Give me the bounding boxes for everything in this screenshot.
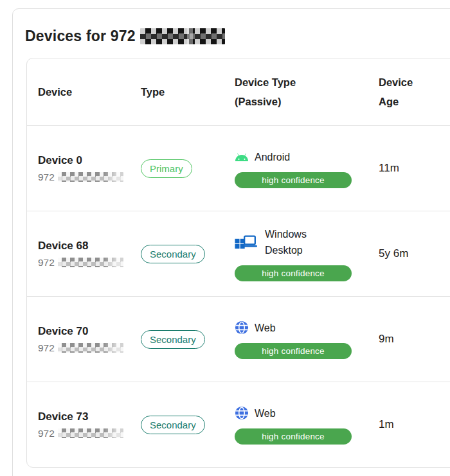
redacted-phone-number	[58, 258, 123, 267]
table-header-row: Device Type Device Type (Passive) Device…	[27, 58, 450, 125]
device-type-label: Android	[255, 149, 290, 165]
type-cell: Secondary	[141, 330, 235, 349]
confidence-badge: high confidence	[235, 265, 352, 281]
device-cell: Device 73 972	[38, 410, 141, 439]
type-badge: Secondary	[141, 416, 205, 434]
device-phone: 972	[38, 342, 141, 354]
windows-desktop-icon	[235, 233, 259, 252]
page-title-text: Devices for 972	[25, 28, 136, 45]
table-row[interactable]: Device 70 972 Secondary	[27, 296, 450, 382]
phone-prefix: 972	[38, 172, 55, 183]
device-type-row: Android	[235, 149, 379, 165]
device-phone: 972	[38, 428, 141, 439]
phone-prefix: 972	[38, 342, 55, 354]
type-cell: Secondary	[141, 245, 235, 263]
type-badge: Primary	[141, 159, 192, 178]
device-type-row: Web	[235, 320, 379, 336]
device-age: 11m	[379, 162, 450, 175]
devices-table: Device Type Device Type (Passive) Device…	[26, 58, 450, 468]
confidence-badge: high confidence	[235, 343, 352, 359]
devices-panel: Devices for 972 Device Type Device Type …	[12, 8, 450, 476]
redacted-phone-number	[140, 28, 225, 44]
redacted-phone-number	[58, 428, 123, 438]
web-icon	[235, 321, 249, 335]
device-type-row: Web	[235, 405, 379, 421]
device-age: 1m	[379, 418, 450, 431]
device-phone: 972	[38, 257, 141, 269]
device-type-label: Windows Desktop	[265, 226, 324, 258]
confidence-badge: high confidence	[235, 428, 352, 445]
device-age: 5y 6m	[379, 247, 450, 260]
android-icon	[235, 152, 249, 162]
phone-prefix: 972	[38, 428, 55, 439]
device-type-cell: Windows Desktop high confidence	[235, 226, 379, 281]
table-body: Device 0 972 Primary Android	[27, 125, 450, 467]
device-cell: Device 0 972	[38, 154, 141, 183]
page-title: Devices for 972	[25, 28, 225, 45]
device-type-cell: Web high confidence	[235, 320, 379, 359]
device-phone: 972	[38, 172, 141, 183]
column-header-type: Type	[141, 82, 235, 101]
column-header-device: Device	[38, 82, 141, 101]
device-name: Device 68	[38, 240, 141, 252]
redacted-phone-number	[58, 343, 123, 353]
device-type-label: Web	[255, 320, 276, 336]
device-type-cell: Android high confidence	[235, 149, 379, 188]
phone-prefix: 972	[38, 257, 55, 269]
redacted-phone-number	[58, 172, 123, 182]
device-cell: Device 70 972	[38, 325, 141, 354]
device-type-cell: Web high confidence	[235, 405, 379, 445]
column-header-device-age: Device Age	[379, 73, 424, 111]
type-cell: Primary	[141, 159, 235, 178]
type-cell: Secondary	[141, 416, 235, 434]
table-row[interactable]: Device 68 972 Secondary	[27, 211, 450, 296]
web-icon	[235, 406, 249, 420]
type-badge: Secondary	[141, 245, 205, 263]
device-name: Device 70	[38, 325, 141, 338]
device-name: Device 0	[38, 154, 141, 167]
table-row[interactable]: Device 0 972 Primary Android	[27, 125, 450, 211]
type-badge: Secondary	[141, 330, 205, 349]
device-cell: Device 68 972	[38, 240, 141, 269]
device-type-row: Windows Desktop	[235, 226, 379, 258]
confidence-badge: high confidence	[235, 172, 352, 188]
device-type-label: Web	[255, 405, 276, 421]
column-header-device-type-passive: Device Type (Passive)	[235, 73, 312, 111]
table-row[interactable]: Device 73 972 Secondary	[27, 382, 450, 467]
device-name: Device 73	[38, 410, 141, 423]
device-age: 9m	[379, 333, 450, 346]
